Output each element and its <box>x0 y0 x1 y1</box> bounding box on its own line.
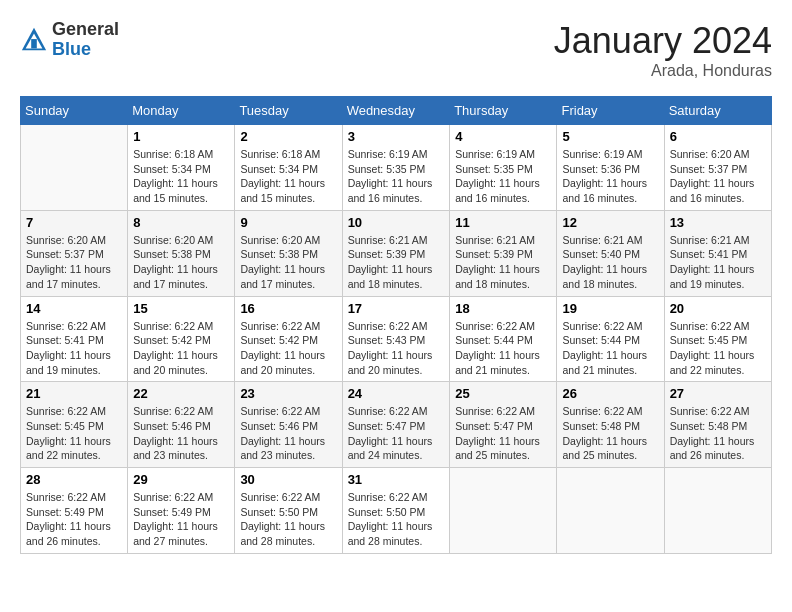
table-cell: 8Sunrise: 6:20 AMSunset: 5:38 PMDaylight… <box>128 210 235 296</box>
day-info: Sunrise: 6:20 AMSunset: 5:37 PMDaylight:… <box>670 147 766 206</box>
day-info: Sunrise: 6:21 AMSunset: 5:39 PMDaylight:… <box>455 233 551 292</box>
day-info: Sunrise: 6:22 AMSunset: 5:50 PMDaylight:… <box>240 490 336 549</box>
weekday-header-row: Sunday Monday Tuesday Wednesday Thursday… <box>21 97 772 125</box>
day-number: 13 <box>670 215 766 230</box>
day-number: 8 <box>133 215 229 230</box>
logo-general: General <box>52 19 119 39</box>
table-cell: 2Sunrise: 6:18 AMSunset: 5:34 PMDaylight… <box>235 125 342 211</box>
header-thursday: Thursday <box>450 97 557 125</box>
day-number: 2 <box>240 129 336 144</box>
day-info: Sunrise: 6:22 AMSunset: 5:41 PMDaylight:… <box>26 319 122 378</box>
day-info: Sunrise: 6:22 AMSunset: 5:42 PMDaylight:… <box>240 319 336 378</box>
day-info: Sunrise: 6:22 AMSunset: 5:43 PMDaylight:… <box>348 319 445 378</box>
day-number: 17 <box>348 301 445 316</box>
table-cell: 30Sunrise: 6:22 AMSunset: 5:50 PMDayligh… <box>235 468 342 554</box>
day-info: Sunrise: 6:22 AMSunset: 5:48 PMDaylight:… <box>562 404 658 463</box>
day-info: Sunrise: 6:18 AMSunset: 5:34 PMDaylight:… <box>240 147 336 206</box>
logo: General Blue <box>20 20 119 60</box>
day-info: Sunrise: 6:22 AMSunset: 5:47 PMDaylight:… <box>348 404 445 463</box>
table-cell: 10Sunrise: 6:21 AMSunset: 5:39 PMDayligh… <box>342 210 450 296</box>
logo-blue: Blue <box>52 39 91 59</box>
table-cell <box>664 468 771 554</box>
day-info: Sunrise: 6:22 AMSunset: 5:49 PMDaylight:… <box>133 490 229 549</box>
day-info: Sunrise: 6:20 AMSunset: 5:38 PMDaylight:… <box>240 233 336 292</box>
day-number: 4 <box>455 129 551 144</box>
day-info: Sunrise: 6:19 AMSunset: 5:35 PMDaylight:… <box>348 147 445 206</box>
day-info: Sunrise: 6:22 AMSunset: 5:47 PMDaylight:… <box>455 404 551 463</box>
table-cell: 23Sunrise: 6:22 AMSunset: 5:46 PMDayligh… <box>235 382 342 468</box>
table-cell: 20Sunrise: 6:22 AMSunset: 5:45 PMDayligh… <box>664 296 771 382</box>
day-number: 20 <box>670 301 766 316</box>
day-number: 18 <box>455 301 551 316</box>
day-number: 14 <box>26 301 122 316</box>
day-number: 28 <box>26 472 122 487</box>
day-info: Sunrise: 6:22 AMSunset: 5:50 PMDaylight:… <box>348 490 445 549</box>
day-number: 3 <box>348 129 445 144</box>
table-cell: 1Sunrise: 6:18 AMSunset: 5:34 PMDaylight… <box>128 125 235 211</box>
day-number: 1 <box>133 129 229 144</box>
day-info: Sunrise: 6:21 AMSunset: 5:41 PMDaylight:… <box>670 233 766 292</box>
day-number: 25 <box>455 386 551 401</box>
day-number: 21 <box>26 386 122 401</box>
page-header: General Blue January 2024 Arada, Hondura… <box>20 20 772 80</box>
day-info: Sunrise: 6:21 AMSunset: 5:39 PMDaylight:… <box>348 233 445 292</box>
table-cell: 28Sunrise: 6:22 AMSunset: 5:49 PMDayligh… <box>21 468 128 554</box>
day-info: Sunrise: 6:22 AMSunset: 5:49 PMDaylight:… <box>26 490 122 549</box>
table-cell: 4Sunrise: 6:19 AMSunset: 5:35 PMDaylight… <box>450 125 557 211</box>
table-cell <box>21 125 128 211</box>
table-cell: 19Sunrise: 6:22 AMSunset: 5:44 PMDayligh… <box>557 296 664 382</box>
day-info: Sunrise: 6:22 AMSunset: 5:46 PMDaylight:… <box>240 404 336 463</box>
table-cell: 21Sunrise: 6:22 AMSunset: 5:45 PMDayligh… <box>21 382 128 468</box>
table-cell: 5Sunrise: 6:19 AMSunset: 5:36 PMDaylight… <box>557 125 664 211</box>
day-number: 12 <box>562 215 658 230</box>
day-number: 11 <box>455 215 551 230</box>
day-number: 29 <box>133 472 229 487</box>
week-row-3: 14Sunrise: 6:22 AMSunset: 5:41 PMDayligh… <box>21 296 772 382</box>
table-cell: 12Sunrise: 6:21 AMSunset: 5:40 PMDayligh… <box>557 210 664 296</box>
header-wednesday: Wednesday <box>342 97 450 125</box>
day-info: Sunrise: 6:22 AMSunset: 5:48 PMDaylight:… <box>670 404 766 463</box>
table-cell: 3Sunrise: 6:19 AMSunset: 5:35 PMDaylight… <box>342 125 450 211</box>
day-number: 9 <box>240 215 336 230</box>
table-cell: 11Sunrise: 6:21 AMSunset: 5:39 PMDayligh… <box>450 210 557 296</box>
header-friday: Friday <box>557 97 664 125</box>
table-cell: 17Sunrise: 6:22 AMSunset: 5:43 PMDayligh… <box>342 296 450 382</box>
table-cell <box>450 468 557 554</box>
table-cell: 22Sunrise: 6:22 AMSunset: 5:46 PMDayligh… <box>128 382 235 468</box>
day-info: Sunrise: 6:22 AMSunset: 5:45 PMDaylight:… <box>26 404 122 463</box>
table-cell: 7Sunrise: 6:20 AMSunset: 5:37 PMDaylight… <box>21 210 128 296</box>
day-number: 16 <box>240 301 336 316</box>
day-number: 15 <box>133 301 229 316</box>
calendar-table: Sunday Monday Tuesday Wednesday Thursday… <box>20 96 772 554</box>
day-number: 31 <box>348 472 445 487</box>
table-cell: 24Sunrise: 6:22 AMSunset: 5:47 PMDayligh… <box>342 382 450 468</box>
week-row-2: 7Sunrise: 6:20 AMSunset: 5:37 PMDaylight… <box>21 210 772 296</box>
week-row-5: 28Sunrise: 6:22 AMSunset: 5:49 PMDayligh… <box>21 468 772 554</box>
day-number: 5 <box>562 129 658 144</box>
table-cell: 16Sunrise: 6:22 AMSunset: 5:42 PMDayligh… <box>235 296 342 382</box>
month-year-title: January 2024 <box>554 20 772 62</box>
day-number: 6 <box>670 129 766 144</box>
day-number: 24 <box>348 386 445 401</box>
svg-rect-2 <box>31 39 37 48</box>
location-subtitle: Arada, Honduras <box>554 62 772 80</box>
day-number: 26 <box>562 386 658 401</box>
table-cell: 18Sunrise: 6:22 AMSunset: 5:44 PMDayligh… <box>450 296 557 382</box>
day-info: Sunrise: 6:18 AMSunset: 5:34 PMDaylight:… <box>133 147 229 206</box>
week-row-1: 1Sunrise: 6:18 AMSunset: 5:34 PMDaylight… <box>21 125 772 211</box>
header-tuesday: Tuesday <box>235 97 342 125</box>
day-info: Sunrise: 6:22 AMSunset: 5:42 PMDaylight:… <box>133 319 229 378</box>
day-info: Sunrise: 6:21 AMSunset: 5:40 PMDaylight:… <box>562 233 658 292</box>
day-number: 19 <box>562 301 658 316</box>
day-number: 27 <box>670 386 766 401</box>
logo-text: General Blue <box>52 20 119 60</box>
day-info: Sunrise: 6:22 AMSunset: 5:45 PMDaylight:… <box>670 319 766 378</box>
title-block: January 2024 Arada, Honduras <box>554 20 772 80</box>
table-cell: 14Sunrise: 6:22 AMSunset: 5:41 PMDayligh… <box>21 296 128 382</box>
day-info: Sunrise: 6:22 AMSunset: 5:46 PMDaylight:… <box>133 404 229 463</box>
header-sunday: Sunday <box>21 97 128 125</box>
table-cell: 26Sunrise: 6:22 AMSunset: 5:48 PMDayligh… <box>557 382 664 468</box>
day-info: Sunrise: 6:20 AMSunset: 5:38 PMDaylight:… <box>133 233 229 292</box>
table-cell: 9Sunrise: 6:20 AMSunset: 5:38 PMDaylight… <box>235 210 342 296</box>
day-info: Sunrise: 6:19 AMSunset: 5:36 PMDaylight:… <box>562 147 658 206</box>
